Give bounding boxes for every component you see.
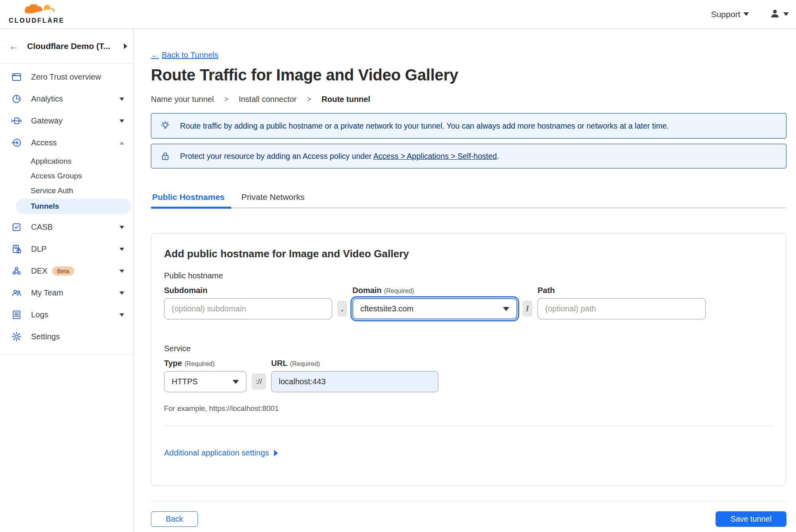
breadcrumb-step-route-tunnel: Route tunnel <box>322 95 370 104</box>
tip-banner: Route traffic by adding a public hostnam… <box>151 113 786 139</box>
breadcrumb-step-name-tunnel: Name your tunnel <box>151 95 214 104</box>
scheme-separator: :// <box>252 374 266 389</box>
required-note: (Required) <box>184 360 215 367</box>
beta-badge: Beta <box>52 266 74 276</box>
tab-private-networks[interactable]: Private Networks <box>240 192 306 207</box>
document-lock-icon <box>11 244 22 254</box>
footer-actions: Back Save tunnel <box>151 511 786 527</box>
user-avatar-icon <box>770 8 780 20</box>
chevron-right-icon <box>274 450 278 456</box>
card-divider <box>164 426 773 426</box>
hostname-tabs: Public Hostnames Private Networks <box>151 192 786 208</box>
required-note: (Required) <box>384 288 414 294</box>
breadcrumb-separator: > <box>307 95 311 104</box>
network-nodes-icon <box>11 266 22 276</box>
chevron-down-icon <box>783 12 789 16</box>
support-label: Support <box>711 10 740 19</box>
hostname-row: Subdomain . Domain(Required) cftestsite3… <box>164 286 773 319</box>
service-row: Type(Required) HTTPS :// URL(Required) <box>164 359 773 392</box>
url-label: URL(Required) <box>271 359 438 368</box>
sidebar-item-zero-trust-overview[interactable]: Zero Trust overview <box>0 66 133 88</box>
tab-public-hostnames[interactable]: Public Hostnames <box>151 192 226 207</box>
path-label: Path <box>538 286 706 295</box>
lock-icon <box>160 151 170 161</box>
sidebar-item-dex[interactable]: DEX Beta <box>0 260 133 282</box>
page-title: Route Traffic for Image and Video Galler… <box>151 66 786 84</box>
footer-divider <box>151 501 786 501</box>
sidebar-item-my-team[interactable]: My Team <box>0 282 133 304</box>
path-input[interactable] <box>538 298 706 319</box>
sidebar-nav: Zero Trust overview Analytics Gateway Ac… <box>0 64 133 354</box>
sidebar: ← Cloudflare Demo (T... Zero Trust overv… <box>0 29 134 532</box>
left-arrow-icon: ← <box>151 51 159 60</box>
domain-select-value: cftestsite3.com <box>360 304 413 313</box>
gear-icon <box>11 331 22 342</box>
chevron-down-icon <box>119 98 124 101</box>
public-hostname-section-label: Public hostname <box>164 271 773 280</box>
main-content: ← Back to Tunnels Route Traffic for Imag… <box>134 29 796 527</box>
user-menu[interactable] <box>770 8 789 20</box>
chevron-down-icon <box>119 119 124 123</box>
service-url-input[interactable] <box>271 371 438 392</box>
service-section-label: Service <box>164 344 773 353</box>
sidebar-item-service-auth[interactable]: Service Auth <box>0 183 133 198</box>
support-menu[interactable]: Support <box>711 10 749 19</box>
chevron-down-icon <box>119 291 124 295</box>
sidebar-divider <box>0 354 133 354</box>
protect-banner-text: Protect your resource by adding an Acces… <box>180 152 499 161</box>
pie-chart-icon <box>11 94 22 104</box>
sidebar-item-casb[interactable]: CASB <box>0 216 133 238</box>
access-applications-self-hosted-link[interactable]: Access > Applications > Self-hosted <box>374 152 497 160</box>
sidebar-item-tunnels[interactable]: Tunnels <box>16 199 131 214</box>
sidebar-item-logs[interactable]: Logs <box>0 304 133 326</box>
checkbox-square-icon <box>11 222 22 233</box>
people-icon <box>11 288 22 298</box>
wizard-breadcrumb: Name your tunnel > Install connector > R… <box>151 95 786 104</box>
chevron-up-icon <box>119 141 124 145</box>
slash-separator: / <box>522 301 532 317</box>
list-document-icon <box>11 309 22 320</box>
cloudflare-logo[interactable]: CLOUDFLARE <box>6 4 67 24</box>
browser-window-icon <box>11 72 22 82</box>
top-bar: CLOUDFLARE Support <box>0 0 796 29</box>
sidebar-item-settings[interactable]: Settings <box>0 326 133 348</box>
domain-label: Domain(Required) <box>352 286 517 295</box>
back-to-tunnels-link[interactable]: ← Back to Tunnels <box>151 51 218 60</box>
dot-separator: . <box>337 301 347 317</box>
chevron-down-icon <box>119 270 124 273</box>
save-tunnel-button[interactable]: Save tunnel <box>716 511 786 527</box>
sidebar-item-applications[interactable]: Applications <box>0 154 133 168</box>
chevron-right-icon <box>124 43 127 49</box>
card-heading: Add public hostname for Image and Video … <box>164 248 773 260</box>
lightbulb-icon <box>160 121 170 131</box>
service-type-value: HTTPS <box>172 377 198 386</box>
chevron-down-icon <box>743 12 749 16</box>
service-type-select[interactable]: HTTPS <box>164 371 246 392</box>
chevron-down-icon <box>119 313 124 317</box>
account-switcher[interactable]: ← Cloudflare Demo (T... <box>0 29 133 64</box>
type-label: Type(Required) <box>164 359 246 368</box>
required-note: (Required) <box>290 360 320 367</box>
sidebar-item-dlp[interactable]: DLP <box>0 238 133 260</box>
back-arrow-icon[interactable]: ← <box>9 41 18 52</box>
sidebar-item-analytics[interactable]: Analytics <box>0 88 133 110</box>
subdomain-input[interactable] <box>164 298 332 319</box>
sidebar-item-access[interactable]: Access <box>0 132 133 154</box>
breadcrumb-separator: > <box>224 95 229 104</box>
public-hostname-card: Add public hostname for Image and Video … <box>151 233 786 486</box>
back-button[interactable]: Back <box>151 511 198 527</box>
access-arrow-icon <box>11 137 22 148</box>
chevron-down-icon <box>503 307 509 311</box>
brand-wordmark: CLOUDFLARE <box>9 17 65 24</box>
sidebar-item-gateway[interactable]: Gateway <box>0 110 133 132</box>
breadcrumb-step-install-connector: Install connector <box>239 95 297 104</box>
gateway-icon <box>11 115 22 126</box>
protect-banner: Protect your resource by adding an Acces… <box>151 144 786 168</box>
sidebar-item-access-groups[interactable]: Access Groups <box>0 168 133 183</box>
chevron-down-icon <box>233 380 239 384</box>
tip-banner-text: Route traffic by adding a public hostnam… <box>180 121 669 131</box>
additional-settings-toggle[interactable]: Additional application settings <box>164 448 278 458</box>
account-name: Cloudflare Demo (T... <box>27 41 124 51</box>
domain-select[interactable]: cftestsite3.com <box>352 298 517 319</box>
subdomain-label: Subdomain <box>164 286 332 295</box>
